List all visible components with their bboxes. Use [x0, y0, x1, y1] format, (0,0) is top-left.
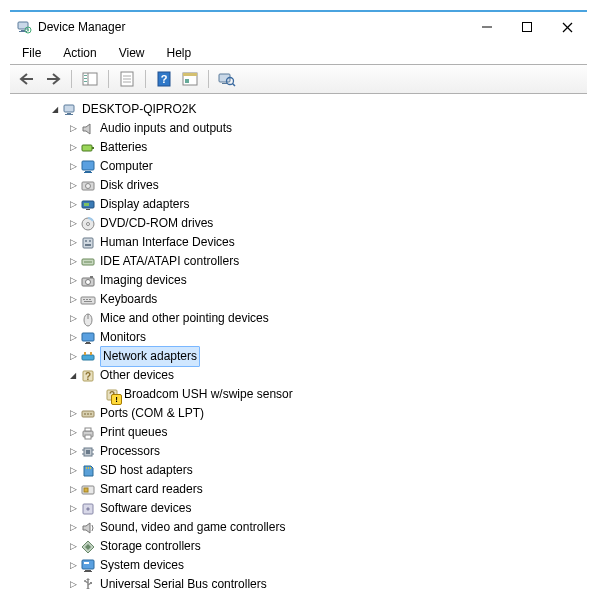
- tree-node[interactable]: ▷Keyboards: [10, 290, 587, 309]
- expander-icon[interactable]: ▷: [66, 442, 80, 461]
- expander-icon[interactable]: ▷: [66, 423, 80, 442]
- tree-node[interactable]: ▷Monitors: [10, 328, 587, 347]
- expander-icon[interactable]: ▷: [66, 176, 80, 195]
- svg-rect-44: [85, 244, 91, 246]
- device-manager-window: Device Manager File Action View Help: [10, 10, 587, 589]
- back-button[interactable]: [16, 68, 38, 90]
- svg-rect-62: [90, 352, 92, 355]
- menu-file[interactable]: File: [18, 44, 45, 62]
- expander-icon[interactable]: ▷: [66, 119, 80, 138]
- expander-icon[interactable]: ◢: [66, 366, 80, 385]
- tree-node[interactable]: ▷Computer: [10, 157, 587, 176]
- svg-rect-60: [82, 355, 94, 360]
- menubar: File Action View Help: [10, 42, 587, 64]
- svg-rect-29: [82, 145, 92, 151]
- expander-icon[interactable]: ▷: [66, 233, 80, 252]
- expander-icon[interactable]: ▷: [66, 195, 80, 214]
- tree-node[interactable]: ▷DVD/CD-ROM drives: [10, 214, 587, 233]
- toolbar-separator: [208, 70, 209, 88]
- monitor-icon: [80, 330, 96, 346]
- tree-node[interactable]: ▷Disk drives: [10, 176, 587, 195]
- svg-rect-23: [222, 83, 227, 84]
- tree-node[interactable]: ▷Smart card readers: [10, 480, 587, 499]
- action-button[interactable]: [179, 68, 201, 90]
- tree-node-label: Storage controllers: [100, 537, 201, 556]
- tree-node[interactable]: ▷Display adapters: [10, 195, 587, 214]
- expander-icon[interactable]: ▷: [66, 575, 80, 589]
- tree-node[interactable]: ▷Storage controllers: [10, 537, 587, 556]
- expander-icon[interactable]: ▷: [66, 404, 80, 423]
- tree-node[interactable]: ▷SD host adapters: [10, 461, 587, 480]
- show-hide-tree-button[interactable]: [79, 68, 101, 90]
- expander-icon[interactable]: ▷: [66, 518, 80, 537]
- tree-node-label: Universal Serial Bus controllers: [100, 575, 267, 589]
- tree-node-label: Processors: [100, 442, 160, 461]
- properties-button[interactable]: [116, 68, 138, 90]
- software-icon: [80, 501, 96, 517]
- expander-icon[interactable]: ▷: [66, 537, 80, 556]
- expander-icon[interactable]: ▷: [66, 556, 80, 575]
- minimize-button[interactable]: [467, 13, 507, 41]
- close-button[interactable]: [547, 13, 587, 41]
- maximize-button[interactable]: [507, 13, 547, 41]
- tree-node-label: Keyboards: [100, 290, 157, 309]
- tree-node[interactable]: ▷IDE ATA/ATAPI controllers: [10, 252, 587, 271]
- svg-rect-57: [82, 333, 94, 341]
- toolbar-separator: [71, 70, 72, 88]
- system-icon: [80, 558, 96, 574]
- tree-node-label: DESKTOP-QIPRO2K: [82, 100, 196, 119]
- expander-icon[interactable]: ▷: [66, 480, 80, 499]
- tree-child-node[interactable]: ?Broadcom USH w/swipe sensor: [10, 385, 587, 404]
- tree-node[interactable]: ▷Human Interface Devices: [10, 233, 587, 252]
- tree-node[interactable]: ▷Imaging devices: [10, 271, 587, 290]
- scan-hardware-button[interactable]: [216, 68, 238, 90]
- titlebar: Device Manager: [10, 12, 587, 42]
- tree-node[interactable]: ▷Print queues: [10, 423, 587, 442]
- expander-icon[interactable]: ▷: [66, 252, 80, 271]
- tree-root[interactable]: ◢DESKTOP-QIPRO2K: [10, 100, 587, 119]
- svg-rect-82: [90, 467, 91, 469]
- menu-help[interactable]: Help: [163, 44, 196, 62]
- tree-node[interactable]: ▷Software devices: [10, 499, 587, 518]
- svg-rect-81: [88, 467, 89, 469]
- svg-rect-37: [84, 203, 89, 206]
- expander-icon[interactable]: ▷: [66, 499, 80, 518]
- tree-node[interactable]: ▷Network adapters: [10, 347, 587, 366]
- expander-icon[interactable]: ▷: [66, 290, 80, 309]
- sound-icon: [80, 520, 96, 536]
- svg-rect-61: [84, 352, 86, 355]
- tree-node[interactable]: ▷Batteries: [10, 138, 587, 157]
- mouse-icon: [80, 311, 96, 327]
- tree-node[interactable]: ▷Processors: [10, 442, 587, 461]
- tree-node[interactable]: ▷Ports (COM & LPT): [10, 404, 587, 423]
- tree-node[interactable]: ▷Audio inputs and outputs: [10, 119, 587, 138]
- device-tree[interactable]: ◢DESKTOP-QIPRO2K▷Audio inputs and output…: [10, 94, 587, 589]
- menu-action[interactable]: Action: [59, 44, 100, 62]
- tree-node[interactable]: ▷Mice and other pointing devices: [10, 309, 587, 328]
- expander-icon[interactable]: ▷: [66, 309, 80, 328]
- expander-icon[interactable]: ▷: [66, 271, 80, 290]
- menu-view[interactable]: View: [115, 44, 149, 62]
- tree-node[interactable]: ◢?Other devices: [10, 366, 587, 385]
- tree-node-label: IDE ATA/ATAPI controllers: [100, 252, 239, 271]
- svg-rect-20: [183, 73, 197, 76]
- svg-rect-31: [82, 161, 94, 170]
- svg-rect-89: [84, 571, 92, 572]
- expander-icon[interactable]: ▷: [66, 461, 80, 480]
- expander-icon[interactable]: ▷: [66, 347, 80, 366]
- computer-icon: [80, 159, 96, 175]
- svg-rect-27: [67, 113, 71, 114]
- svg-rect-53: [89, 299, 91, 300]
- tree-node[interactable]: ▷System devices: [10, 556, 587, 575]
- tree-node-label: Disk drives: [100, 176, 159, 195]
- expander-icon[interactable]: ▷: [66, 328, 80, 347]
- forward-button[interactable]: [42, 68, 64, 90]
- tree-node[interactable]: ▷Sound, video and game controllers: [10, 518, 587, 537]
- help-button[interactable]: ?: [153, 68, 175, 90]
- svg-point-48: [86, 279, 91, 284]
- expander-icon[interactable]: ▷: [66, 214, 80, 233]
- expander-icon[interactable]: ▷: [66, 157, 80, 176]
- expander-icon[interactable]: ◢: [48, 100, 62, 119]
- expander-icon[interactable]: ▷: [66, 138, 80, 157]
- tree-node[interactable]: ▷Universal Serial Bus controllers: [10, 575, 587, 589]
